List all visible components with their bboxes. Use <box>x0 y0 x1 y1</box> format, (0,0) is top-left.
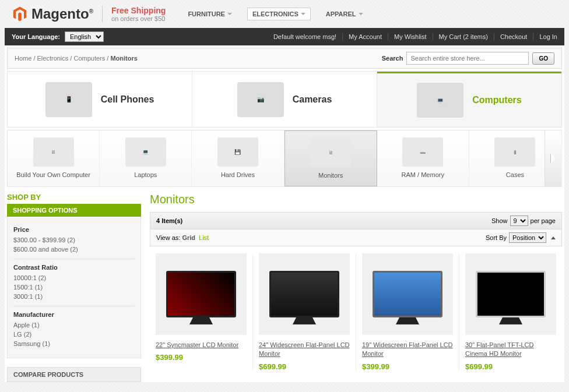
product-image[interactable] <box>362 253 453 335</box>
language-select[interactable]: English <box>65 31 104 42</box>
chevron-right-icon <box>551 154 556 163</box>
link-my-wishlist[interactable]: My Wishlist <box>388 33 427 40</box>
ram-icon: ▬ <box>402 137 443 167</box>
subcat-ram[interactable]: ▬RAM / Memory <box>377 130 469 186</box>
product-card: 22" Syncmaster LCD Monitor $399.99 <box>150 253 253 371</box>
view-list[interactable]: List <box>199 234 209 241</box>
logo-text: Magento® <box>31 6 93 22</box>
subcat-harddrives[interactable]: 💾Hard Drives <box>192 130 284 186</box>
filter-option[interactable]: LG (2) <box>13 330 135 339</box>
product-price: $699.99 <box>465 362 556 371</box>
product-price: $699.99 <box>259 362 350 371</box>
product-image[interactable] <box>259 253 350 335</box>
magento-icon <box>12 6 28 22</box>
product-image[interactable] <box>156 253 247 335</box>
cat-cameras[interactable]: 📷Cameras <box>192 72 377 127</box>
product-card: 19" Widescreen Flat-Panel LCD Monitor $3… <box>356 253 459 371</box>
camera-icon: 📷 <box>237 82 284 117</box>
welcome-msg: Default welcome msg! <box>273 33 336 40</box>
pc-icon: 🖥 <box>33 137 74 167</box>
filter-price: Price $300.00 - $399.99 (2) $600.00 and … <box>13 221 135 259</box>
product-card: 24" Widescreen Flat-Panel LCD Monitor $6… <box>253 253 356 371</box>
product-image[interactable] <box>465 253 556 335</box>
subcat-monitors[interactable]: 🖥Monitors <box>284 130 377 186</box>
laptop-icon: 💻 <box>125 137 166 167</box>
link-checkout[interactable]: Checkout <box>494 33 527 40</box>
product-name[interactable]: 19" Widescreen Flat-Panel LCD Monitor <box>362 341 453 359</box>
crumb-current: Monitors <box>110 55 137 62</box>
filter-option[interactable]: Samsung (1) <box>13 339 135 348</box>
filter-option[interactable]: 3000:1 (1) <box>13 292 135 301</box>
link-my-account[interactable]: My Account <box>342 33 382 40</box>
chevron-down-icon <box>301 13 305 15</box>
product-price: $399.99 <box>156 353 247 362</box>
link-login[interactable]: Log In <box>533 33 557 40</box>
search-label: Search <box>382 55 403 62</box>
filter-manufacturer: Manufacturer Apple (1) LG (2) Samsung (1… <box>13 306 135 353</box>
breadcrumb: Home / Electronics / Computers / Monitor… <box>15 55 138 62</box>
chevron-down-icon <box>359 13 363 15</box>
nav-electronics[interactable]: ELECTRONICS <box>247 8 311 20</box>
product-name[interactable]: 22" Syncmaster LCD Monitor <box>156 341 247 349</box>
filter-contrast: Contrast Ratio 10000:1 (2) 1500:1 (1) 30… <box>13 259 135 306</box>
sort-direction-icon[interactable] <box>551 236 556 239</box>
search-go-button[interactable]: GO <box>532 52 554 65</box>
filter-option[interactable]: Apple (1) <box>13 320 135 330</box>
cat-computers[interactable]: 💻Computers <box>377 72 561 127</box>
shop-by-title: SHOP BY <box>7 193 141 202</box>
filter-option[interactable]: 10000:1 (2) <box>13 273 135 282</box>
product-name[interactable]: 30" Flat-Panel TFT-LCD Cinema HD Monitor <box>465 341 556 359</box>
sortby-label: Sort By <box>486 234 507 241</box>
nav-apparel[interactable]: APPAREL <box>321 8 368 20</box>
computer-icon: 💻 <box>417 83 463 118</box>
link-my-cart[interactable]: My Cart (2 items) <box>433 33 488 40</box>
subcat-next-arrow[interactable] <box>545 130 562 186</box>
item-count: 4 Item(s) <box>156 217 182 224</box>
logo[interactable]: Magento® <box>12 6 93 22</box>
svg-marker-1 <box>18 12 22 21</box>
search-input[interactable] <box>406 52 529 65</box>
shopping-options-header: SHOPPING OPTIONS <box>7 204 141 217</box>
hdd-icon: 💾 <box>217 137 258 167</box>
compare-products-header: COMPARE PRODUCTS <box>7 367 141 382</box>
cat-cellphones[interactable]: 📱Cell Phones <box>8 72 192 127</box>
subcat-laptops[interactable]: 💻Laptops <box>100 130 192 186</box>
crumb-electronics[interactable]: Electronics <box>37 55 69 62</box>
viewas-label: View as: <box>156 234 180 241</box>
filter-option[interactable]: 1500:1 (1) <box>13 282 135 292</box>
sortby-select[interactable]: Position <box>509 232 546 243</box>
show-select[interactable]: 9 <box>510 216 528 226</box>
view-grid: Grid <box>182 234 195 241</box>
language-label: Your Language: <box>12 33 60 40</box>
crumb-computers[interactable]: Computers <box>73 55 105 62</box>
crumb-home[interactable]: Home <box>15 55 31 62</box>
nav-furniture[interactable]: FURNITURE <box>183 8 237 20</box>
filter-option[interactable]: $300.00 - $399.99 (2) <box>13 235 135 245</box>
product-card: 30" Flat-Panel TFT-LCD Cinema HD Monitor… <box>459 253 562 371</box>
show-label: Show <box>491 217 508 224</box>
perpage-label: per page <box>531 217 556 224</box>
page-title: Monitors <box>150 193 562 206</box>
cellphone-icon: 📱 <box>45 82 92 117</box>
monitor-icon: 🖥 <box>310 138 351 167</box>
case-icon: ▮ <box>494 137 535 167</box>
chevron-down-icon <box>227 13 232 15</box>
product-name[interactable]: 24" Widescreen Flat-Panel LCD Monitor <box>259 341 350 359</box>
filter-option[interactable]: $600.00 and above (2) <box>13 245 135 254</box>
free-shipping: Free Shipping on orders over $50 <box>102 6 166 22</box>
subcat-byoc[interactable]: 🖥Build Your Own Computer <box>8 130 100 186</box>
product-price: $399.99 <box>362 362 453 371</box>
